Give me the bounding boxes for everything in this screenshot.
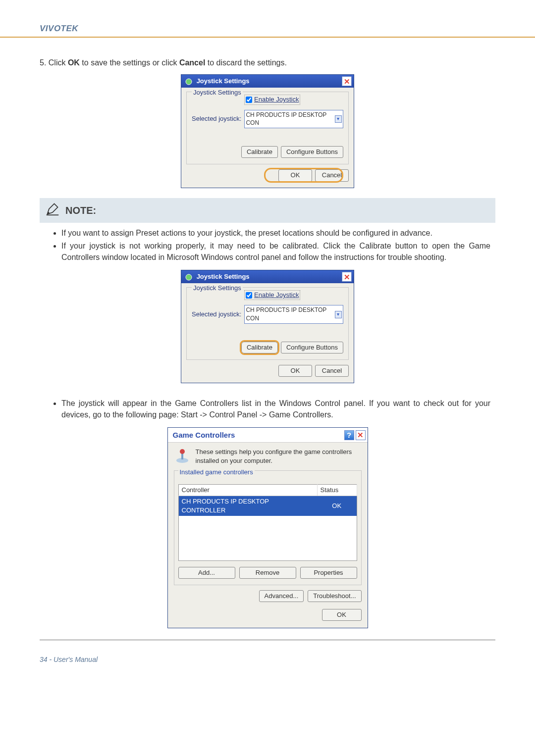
game-controllers-dialog: Game Controllers ? ✕ These settings help… — [167, 427, 368, 628]
dialog-titlebar[interactable]: Game Controllers ? ✕ — [168, 428, 368, 443]
controller-name: CH PRODUCTS IP DESKTOP CONTROLLER — [178, 496, 317, 516]
step-5-text: 5. Click OK to save the settings or clic… — [40, 57, 495, 68]
joystick-settings-dialog-1: Joystick Settings ✕ Joystick Settings En… — [181, 74, 354, 188]
troubleshoot-button[interactable]: Troubleshoot... — [308, 590, 361, 602]
properties-button[interactable]: Properties — [300, 567, 357, 579]
intro-text: These settings help you configure the ga… — [196, 448, 362, 465]
joystick-icon — [174, 448, 191, 464]
enable-joystick-label: Enable Joystick — [254, 291, 299, 299]
app-icon — [185, 274, 192, 281]
step5-ok: OK — [68, 58, 80, 67]
selected-joystick-select[interactable]: CH PRODUCTS IP DESKTOP CON ▾ — [244, 305, 343, 324]
close-icon: ✕ — [344, 78, 350, 85]
dialog-title: Game Controllers — [173, 430, 235, 440]
controller-status: OK — [317, 496, 357, 516]
ok-button[interactable]: OK — [278, 365, 312, 377]
selected-joystick-label: Selected joystick: — [192, 114, 241, 123]
note-item-2: If your joystick is not working properly… — [61, 241, 490, 263]
advanced-button[interactable]: Advanced... — [259, 590, 304, 602]
configure-buttons-button[interactable]: Configure Buttons — [281, 146, 343, 158]
step5-prefix: 5. Click — [40, 58, 68, 67]
ok-button[interactable]: OK — [278, 169, 312, 181]
joystick-settings-dialog-2: Joystick Settings ✕ Joystick Settings En… — [181, 270, 354, 383]
dialog-titlebar[interactable]: Joystick Settings ✕ — [181, 75, 354, 88]
step5-cancel: Cancel — [179, 58, 205, 67]
remove-button[interactable]: Remove — [239, 567, 296, 579]
calibrate-button[interactable]: Calibrate — [241, 146, 278, 158]
col-status: Status — [317, 484, 357, 496]
ok-button[interactable]: OK — [322, 609, 362, 621]
note-item-1: If you want to assign Preset actions to … — [61, 228, 490, 239]
pencil-icon — [46, 202, 59, 219]
selected-joystick-value: CH PRODUCTS IP DESKTOP CON — [246, 306, 334, 323]
dialog-title: Joystick Settings — [197, 77, 250, 85]
close-icon: ✕ — [344, 273, 350, 281]
note-label: NOTE: — [65, 203, 96, 217]
brand-name: VIVOTEK — [40, 24, 78, 33]
cancel-button[interactable]: Cancel — [315, 365, 349, 377]
footer-rule — [40, 639, 495, 641]
calibrate-button[interactable]: Calibrate — [241, 342, 278, 353]
configure-buttons-button[interactable]: Configure Buttons — [281, 342, 343, 353]
fieldset-legend: Joystick Settings — [192, 88, 243, 97]
dropdown-arrow-icon: ▾ — [335, 115, 342, 123]
note-item-3: The joystick will appear in the Game Con… — [61, 398, 490, 420]
page-footer: 34 - User's Manual — [0, 655, 535, 663]
selected-joystick-value: CH PRODUCTS IP DESKTOP CON — [246, 111, 334, 128]
selected-joystick-label: Selected joystick: — [192, 310, 241, 319]
enable-joystick-label: Enable Joystick — [254, 96, 299, 103]
close-icon: ✕ — [357, 431, 364, 439]
svg-point-2 — [186, 274, 192, 280]
cancel-button[interactable]: Cancel — [315, 169, 349, 181]
enable-joystick-row[interactable]: Enable Joystick — [244, 95, 300, 104]
enable-joystick-row[interactable]: Enable Joystick — [244, 290, 300, 300]
dropdown-arrow-icon: ▾ — [335, 311, 342, 318]
close-button[interactable]: ✕ — [342, 76, 352, 86]
step5-mid: to save the settings or click — [80, 58, 179, 67]
table-row[interactable]: CH PRODUCTS IP DESKTOP CONTROLLER OK — [178, 496, 357, 516]
dialog-title: Joystick Settings — [197, 273, 250, 280]
enable-joystick-checkbox[interactable] — [246, 97, 252, 103]
col-controller: Controller — [178, 484, 317, 496]
close-button[interactable]: ✕ — [342, 272, 352, 282]
selected-joystick-select[interactable]: CH PRODUCTS IP DESKTOP CON ▾ — [244, 110, 343, 129]
app-icon — [185, 78, 192, 85]
controllers-table[interactable]: Controller Status CH PRODUCTS IP DESKTOP… — [178, 484, 357, 561]
close-button[interactable]: ✕ — [356, 430, 366, 440]
step5-suffix: to discard the settings. — [205, 58, 287, 67]
installed-legend: Installed game controllers — [178, 468, 255, 477]
help-button[interactable]: ? — [344, 430, 354, 440]
svg-point-0 — [186, 79, 192, 85]
dialog-titlebar[interactable]: Joystick Settings ✕ — [181, 270, 354, 283]
fieldset-legend: Joystick Settings — [192, 284, 243, 293]
svg-point-5 — [180, 449, 185, 454]
note-header: NOTE: — [40, 198, 495, 223]
enable-joystick-checkbox[interactable] — [246, 292, 252, 299]
add-button[interactable]: Add... — [178, 567, 235, 579]
